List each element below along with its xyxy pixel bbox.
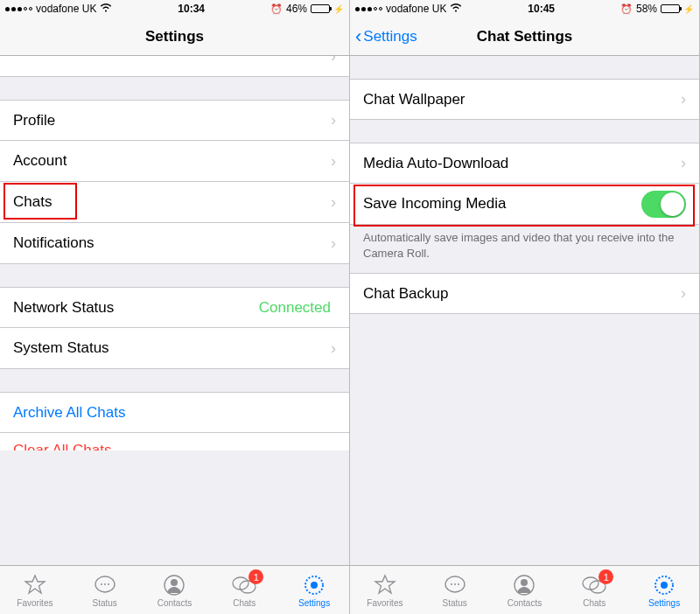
badge: 1 xyxy=(598,569,613,584)
status-bar: vodafone UK 10:34 ⏰ 46% ⚡ xyxy=(0,0,349,17)
battery-percent: 58% xyxy=(636,3,657,15)
row-label: System Status xyxy=(13,339,331,357)
svg-point-5 xyxy=(171,579,178,586)
tab-label: Settings xyxy=(298,598,330,608)
chevron-right-icon: › xyxy=(331,56,336,66)
row-system-status[interactable]: System Status › xyxy=(0,328,349,369)
row-label: Chat Wallpaper xyxy=(363,91,681,108)
chevron-left-icon: ‹ xyxy=(355,27,361,46)
nav-title: Chat Settings xyxy=(477,28,573,45)
row-label: Notifications xyxy=(13,234,331,252)
tab-label: Contacts xyxy=(508,598,542,608)
gear-icon xyxy=(302,573,326,597)
chevron-right-icon: › xyxy=(331,339,336,358)
row-label: Account xyxy=(13,152,331,170)
carrier-label: vodafone UK xyxy=(36,3,96,15)
tab-contacts[interactable]: Contacts xyxy=(140,566,210,614)
row-label: Chat Backup xyxy=(363,285,681,303)
row-save-incoming-media[interactable]: Save Incoming Media xyxy=(350,184,699,225)
tab-label: Status xyxy=(443,598,467,608)
tab-settings[interactable]: Settings xyxy=(279,566,349,614)
signal-icon xyxy=(5,7,32,11)
row-profile[interactable]: Profile › xyxy=(0,100,349,141)
tab-status[interactable]: Status xyxy=(420,566,490,614)
status-bubble-icon xyxy=(443,573,467,597)
alarm-icon: ⏰ xyxy=(620,3,633,15)
row-label: Chats xyxy=(13,193,331,211)
star-icon xyxy=(373,573,397,597)
chevron-right-icon: › xyxy=(331,193,336,212)
charging-icon: ⚡ xyxy=(333,4,344,14)
svg-point-1 xyxy=(101,583,102,585)
section-footer: Automatically save images and video that… xyxy=(350,225,699,268)
toggle-on[interactable] xyxy=(641,191,686,218)
tab-favorites[interactable]: Favorites xyxy=(0,566,70,614)
contact-icon xyxy=(512,573,536,597)
svg-point-9 xyxy=(311,582,318,589)
battery-icon xyxy=(311,4,330,13)
row-chat-backup[interactable]: Chat Backup › xyxy=(350,273,699,314)
tab-label: Chats xyxy=(583,598,606,608)
status-bubble-icon xyxy=(93,573,117,597)
status-bar: vodafone UK 10:45 ⏰ 58% ⚡ xyxy=(350,0,699,17)
chat-settings-list[interactable]: Chat Wallpaper › Media Auto-Download › S… xyxy=(350,56,699,565)
tab-chats[interactable]: 1 Chats xyxy=(209,566,279,614)
gear-icon xyxy=(652,573,676,597)
row-detail: Connected xyxy=(259,299,331,317)
wifi-icon xyxy=(100,3,112,15)
alarm-icon: ⏰ xyxy=(270,3,283,15)
row-label: Network Status xyxy=(13,299,259,317)
row-archive-all[interactable]: Archive All Chats xyxy=(0,392,349,433)
row-account[interactable]: Account › xyxy=(0,141,349,182)
tab-contacts[interactable]: Contacts xyxy=(490,566,560,614)
star-icon xyxy=(23,573,47,597)
row-chats[interactable]: Chats › xyxy=(0,182,349,223)
row-label: Save Incoming Media xyxy=(363,195,641,213)
row-label: Archive All Chats xyxy=(13,404,336,422)
back-label: Settings xyxy=(363,28,416,45)
tab-label: Favorites xyxy=(367,598,402,608)
row-tell-a-friend[interactable]: Tell a Friend › xyxy=(0,56,349,77)
row-clear-all[interactable]: Clear All Chats xyxy=(0,433,349,450)
screen-chat-settings: vodafone UK 10:45 ⏰ 58% ⚡ ‹ Settings Cha… xyxy=(350,0,700,614)
svg-point-12 xyxy=(454,583,456,585)
svg-point-2 xyxy=(104,583,106,585)
tab-bar: Favorites Status Contacts 1 Chats Sett xyxy=(350,565,699,614)
battery-percent: 46% xyxy=(286,3,307,15)
row-label: Profile xyxy=(13,112,331,129)
status-time: 10:45 xyxy=(528,3,555,15)
tab-favorites[interactable]: Favorites xyxy=(350,566,420,614)
row-label: Clear All Chats xyxy=(13,442,336,450)
chevron-right-icon: › xyxy=(681,284,686,303)
carrier-label: vodafone UK xyxy=(386,3,446,15)
chevron-right-icon: › xyxy=(681,154,686,172)
row-network-status[interactable]: Network Status Connected xyxy=(0,287,349,328)
chevron-right-icon: › xyxy=(331,111,336,129)
tab-status[interactable]: Status xyxy=(70,566,140,614)
row-media-auto-download[interactable]: Media Auto-Download › xyxy=(350,143,699,184)
tab-label: Contacts xyxy=(158,598,192,608)
row-chat-wallpaper[interactable]: Chat Wallpaper › xyxy=(350,79,699,120)
tab-label: Settings xyxy=(648,598,680,608)
back-button[interactable]: ‹ Settings xyxy=(355,27,417,46)
row-notifications[interactable]: Notifications › xyxy=(0,223,349,264)
chevron-right-icon: › xyxy=(331,152,336,171)
battery-icon xyxy=(661,4,680,13)
tab-chats[interactable]: 1 Chats xyxy=(559,566,629,614)
screen-settings: vodafone UK 10:34 ⏰ 46% ⚡ Settings Tell … xyxy=(0,0,350,614)
contact-icon xyxy=(162,573,186,597)
nav-bar: Settings xyxy=(0,17,349,56)
status-time: 10:34 xyxy=(178,3,205,15)
badge: 1 xyxy=(248,569,263,584)
wifi-icon xyxy=(450,3,462,15)
row-label: Tell a Friend xyxy=(13,56,94,59)
svg-point-15 xyxy=(521,579,528,586)
settings-list[interactable]: Tell a Friend › Profile › Account › Chat… xyxy=(0,56,349,565)
tab-label: Favorites xyxy=(17,598,52,608)
signal-icon xyxy=(355,7,382,11)
chevron-right-icon: › xyxy=(331,234,336,253)
tab-settings[interactable]: Settings xyxy=(629,566,699,614)
tab-label: Chats xyxy=(233,598,256,608)
chevron-right-icon: › xyxy=(681,90,686,108)
tab-label: Status xyxy=(93,598,117,608)
